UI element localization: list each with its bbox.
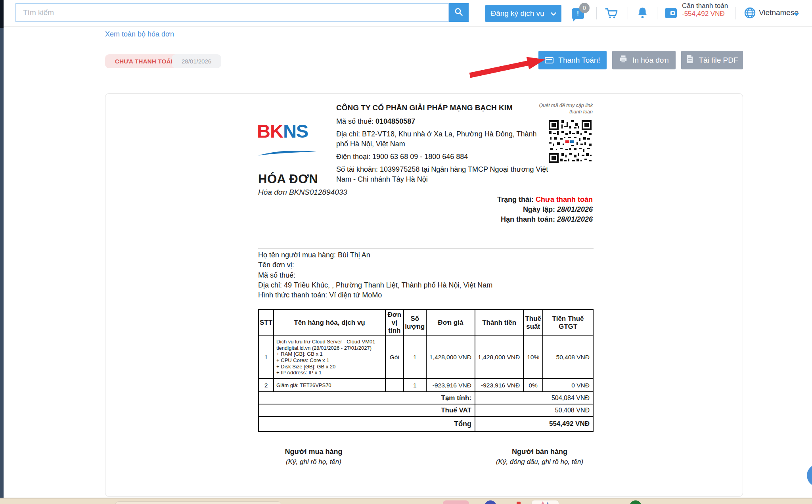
seller-signature: Người bán hàng (Ký, đóng dấu, ghi rõ họ,…: [468, 448, 611, 466]
vat-value: 50,408 VNĐ: [475, 404, 593, 416]
chat-widget-button[interactable]: [807, 464, 812, 487]
col-header-stt: STT: [259, 310, 274, 336]
company-phone: Điện thoại: 1900 63 68 09 - 1800 646 884: [336, 152, 550, 162]
search-button[interactable]: [449, 3, 469, 22]
cell-amount: 1,428,000 VNĐ: [475, 336, 523, 379]
col-header-name: Tên hàng hóa, dịch vụ: [274, 310, 385, 336]
register-service-button[interactable]: Đăng ký dịch vụ: [485, 5, 561, 22]
header-divider: [628, 7, 628, 19]
total-row: Tổng 554,492 VNĐ: [259, 416, 593, 431]
vat-label: Thuế VAT: [259, 404, 475, 416]
qr-caption: Quét mã để truy cập link thanh toán: [494, 102, 593, 115]
buyer-signature: Người mua hàng (Ký, ghi rõ họ, tên): [254, 448, 373, 466]
invoice-card: BKNS CÔNG TY CỔ PHẦN GIẢI PHÁP MẠNG BẠCH…: [105, 93, 743, 497]
buyer-name: Họ tên người mua hàng: Bùi Thị An: [258, 250, 492, 260]
logo-ns: NS: [283, 121, 308, 142]
dock-search-pill[interactable]: [115, 501, 282, 504]
subtotal-label: Tạm tính:: [259, 392, 475, 404]
balance-amount: -554,492 VNĐ: [682, 10, 729, 17]
cell-qty: 1: [404, 336, 426, 379]
logo-bk: BK: [257, 121, 283, 142]
buyer-payment-method: Hình thức thanh toán: Ví điện tử MoMo: [258, 290, 492, 300]
table-row: 1 Dịch vụ lưu trữ Cloud Server - Cloud-V…: [259, 336, 593, 379]
top-header: Đăng ký dịch vụ ! 0 Cần thanh toán -554,…: [4, 0, 812, 27]
cell-taxrate: 0%: [523, 379, 543, 392]
buyer-signature-note: (Ký, ghi rõ họ, tên): [254, 458, 373, 466]
company-address: Địa chỉ: BT2-VT18, Khu nhà ở Xa La, Phườ…: [336, 129, 550, 149]
cell-name: Dịch vụ lưu trữ Cloud Server - Cloud-VM0…: [274, 336, 385, 379]
register-service-label: Đăng ký dịch vụ: [490, 9, 544, 18]
company-tax-line: Mã số thuế: 0104850587: [336, 117, 550, 126]
dock-icon-red[interactable]: [517, 502, 521, 504]
buyer-tax: Mã số thuế:: [258, 270, 492, 280]
total-label: Tổng: [259, 416, 475, 431]
search-input[interactable]: [15, 3, 449, 22]
globe-icon: [743, 6, 756, 21]
printer-icon: [619, 55, 628, 65]
buyer-signature-title: Người mua hàng: [254, 448, 373, 456]
search-icon: [454, 7, 463, 18]
header-divider: [657, 7, 657, 19]
dock-icon-photos[interactable]: [531, 500, 559, 504]
dock-icon-blue[interactable]: [485, 500, 496, 504]
invoice-title: HÓA ĐƠN: [258, 172, 318, 186]
company-info: CÔNG TY CỔ PHẦN GIẢI PHÁP MẠNG BẠCH KIM …: [336, 103, 550, 187]
dock-icon-green[interactable]: [630, 500, 642, 504]
language-selector-label[interactable]: Vietnamese: [759, 8, 799, 17]
pdf-button-label: Tải file PDF: [699, 56, 738, 65]
page: Đăng ký dịch vụ ! 0 Cần thanh toán -554,…: [0, 0, 812, 504]
cart-icon[interactable]: [605, 7, 618, 21]
dock-bar: [0, 498, 812, 504]
seller-signature-title: Người bán hàng: [468, 448, 611, 456]
issue-date-line: Ngày lập: 28/01/2026: [497, 205, 593, 215]
cell-taxamount: 50,408 VNĐ: [543, 336, 593, 379]
header-divider: [596, 7, 597, 19]
qr-code: [548, 119, 593, 164]
col-header-amount: Thành tiền: [475, 310, 523, 336]
red-arrow-annotation: [466, 47, 549, 82]
table-row: 2 Giảm giá: TET26VPS70 1 -923,916 VNĐ -9…: [259, 379, 593, 392]
download-pdf-button[interactable]: Tải file PDF: [681, 51, 743, 69]
cell-qty: 1: [404, 379, 426, 392]
status-value: Chưa thanh toán: [536, 195, 593, 203]
due-date-line: Hạn thanh toán: 28/01/2026: [497, 215, 593, 224]
sidebar-sliver: [0, 0, 4, 504]
header-divider: [735, 7, 735, 19]
cell-unit: Gói: [385, 336, 404, 379]
cell-taxrate: 10%: [523, 336, 543, 379]
issue-label: Ngày lập:: [523, 205, 557, 213]
wallet-icon[interactable]: [665, 8, 677, 18]
cell-taxamount: 0 VNĐ: [543, 379, 593, 392]
cell-unit: [385, 379, 404, 392]
language-chevron-down-icon[interactable]: [793, 11, 799, 18]
dock-icon-pink[interactable]: [443, 500, 469, 504]
company-tax-code: 0104850587: [375, 117, 415, 125]
invoice-number: Hóa đơn BKNS012894033: [258, 188, 347, 197]
subtotal-value: 504,084 VNĐ: [475, 392, 593, 404]
col-header-price: Đơn giá: [426, 310, 475, 336]
invoice-status-block: Trạng thái: Chưa thanh toán Ngày lập: 28…: [497, 195, 593, 224]
table-header-row: STT Tên hàng hóa, dịch vụ Đơn vị tính Số…: [259, 310, 593, 336]
balance-summary[interactable]: Cần thanh toán -554,492 VNĐ: [682, 2, 729, 17]
total-value: 554,492 VNĐ: [475, 416, 593, 431]
invoice-items-table: STT Tên hàng hóa, dịch vụ Đơn vị tính Số…: [258, 309, 594, 432]
company-tax-label: Mã số thuế:: [336, 117, 375, 125]
print-invoice-button[interactable]: In hóa đơn: [612, 51, 676, 69]
notification-count-badge: 0: [579, 3, 590, 13]
col-header-unit: Đơn vị tính: [385, 310, 404, 336]
cell-amount: -923,916 VNĐ: [475, 379, 523, 392]
pay-button-label: Thanh Toán!: [558, 56, 600, 65]
cell-price: -923,916 VNĐ: [426, 379, 475, 392]
section-divider: [258, 248, 594, 249]
print-button-label: In hóa đơn: [632, 56, 669, 65]
chevron-down-icon: [551, 9, 556, 18]
date-badge: 28/01/2026: [172, 54, 221, 68]
due-label: Hạn thanh toán:: [501, 215, 557, 223]
subtotal-row: Tạm tính: 504,084 VNĐ: [259, 392, 593, 404]
view-all-invoices-link[interactable]: Xem toàn bộ hóa đơn: [105, 30, 174, 38]
bell-icon[interactable]: [636, 6, 649, 21]
status-label: Trạng thái:: [497, 195, 536, 203]
due-value: 28/01/2026: [557, 215, 593, 223]
cell-name: Giảm giá: TET26VPS70: [274, 379, 385, 392]
cell-stt: 1: [259, 336, 274, 379]
